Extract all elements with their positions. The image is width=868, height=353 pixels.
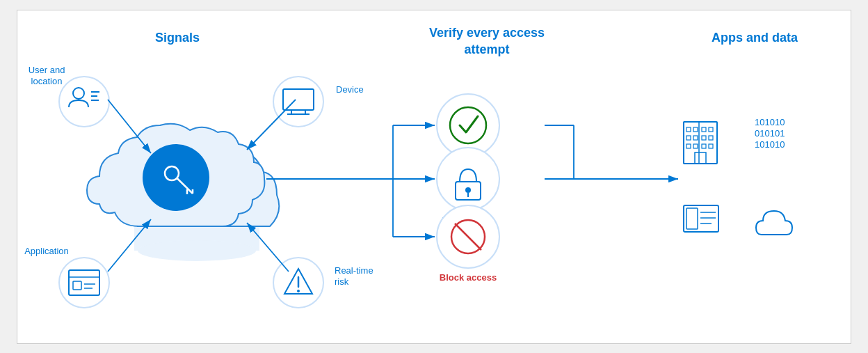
- building-icon: [684, 122, 717, 164]
- svg-point-6: [138, 240, 256, 261]
- diagram-container: Signals Verify every access attempt Apps…: [17, 10, 851, 344]
- svg-point-36: [297, 290, 300, 292]
- svg-point-28: [59, 258, 109, 308]
- label-realtime-risk: Real-time: [335, 265, 373, 276]
- app-ui-icon: [684, 205, 718, 232]
- label-user-location: User and: [29, 65, 65, 75]
- svg-rect-48: [693, 127, 698, 132]
- header-verify: Verify every access: [429, 26, 545, 40]
- svg-rect-45: [684, 122, 717, 164]
- realtime-risk-circle: [273, 258, 323, 308]
- header-apps: Apps and data: [712, 31, 798, 45]
- svg-rect-47: [686, 127, 691, 132]
- svg-rect-46: [684, 122, 699, 164]
- svg-point-41: [465, 187, 471, 193]
- label-block: Block access: [440, 272, 497, 283]
- device-circle: [273, 77, 323, 127]
- svg-rect-59: [695, 152, 706, 164]
- data-binary-icon: 101010 010101 101010: [755, 117, 785, 150]
- svg-rect-52: [693, 144, 698, 148]
- application-circle: [59, 258, 109, 308]
- svg-rect-51: [686, 144, 691, 148]
- label-application: Application: [24, 246, 69, 256]
- cloud-apps-icon: [756, 211, 792, 235]
- mfa-circle: [437, 148, 499, 210]
- svg-rect-64: [686, 208, 698, 229]
- svg-rect-49: [686, 136, 691, 140]
- label-device: Device: [336, 84, 364, 95]
- svg-rect-55: [702, 136, 706, 140]
- svg-text:010101: 010101: [755, 128, 785, 139]
- svg-rect-54: [709, 127, 713, 132]
- svg-point-12: [261, 244, 276, 260]
- svg-point-24: [273, 77, 323, 127]
- svg-text:location: location: [31, 76, 63, 86]
- user-location-circle: [59, 77, 109, 127]
- header-signals: Signals: [155, 31, 200, 45]
- svg-rect-50: [693, 136, 698, 140]
- svg-rect-56: [709, 136, 713, 140]
- svg-rect-63: [684, 205, 718, 232]
- svg-text:101010: 101010: [755, 139, 785, 150]
- svg-text:risk: risk: [335, 276, 349, 287]
- svg-point-13: [143, 144, 209, 211]
- svg-text:101010: 101010: [755, 117, 785, 127]
- svg-rect-57: [702, 144, 706, 148]
- cloud-shape: [87, 123, 264, 226]
- svg-rect-53: [702, 127, 706, 132]
- svg-rect-58: [709, 144, 713, 148]
- svg-text:attempt: attempt: [464, 42, 509, 56]
